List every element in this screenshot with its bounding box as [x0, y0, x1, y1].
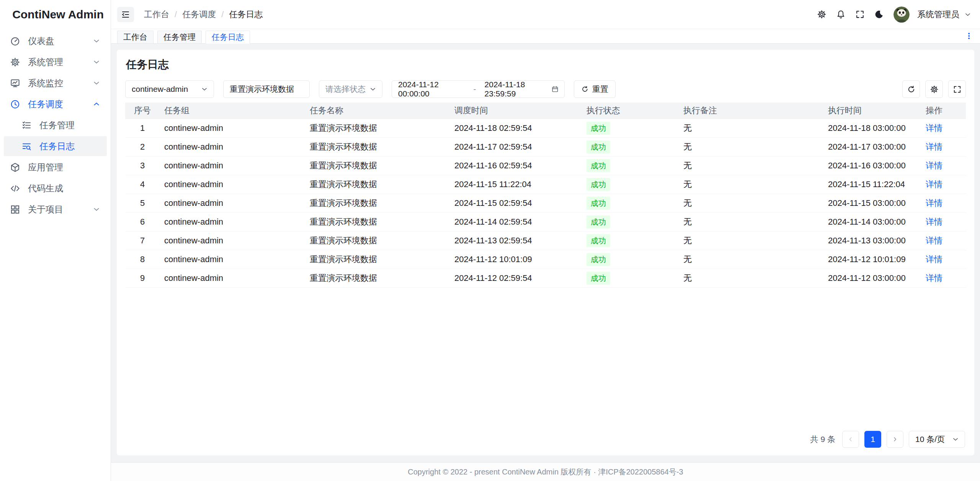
sidebar-item-task-log[interactable]: 任务日志	[4, 136, 107, 156]
sidebar-item-label: 任务调度	[28, 98, 63, 110]
cell-action: 详情	[921, 269, 966, 287]
cell-group: continew-admin	[160, 194, 305, 212]
sidebar-item-label: 代码生成	[28, 183, 63, 194]
sidebar-item-app-management[interactable]: 应用管理	[4, 157, 107, 177]
sidebar-item-label: 任务日志	[39, 140, 75, 152]
cell-group: continew-admin	[160, 137, 305, 156]
task-name-input[interactable]	[223, 80, 310, 98]
breadcrumb-item-current: 任务日志	[229, 9, 263, 20]
copyright-text: Copyright © 2022 - present ContiNew Admi…	[408, 467, 683, 477]
settings-button[interactable]	[814, 7, 829, 22]
cell-no: 7	[125, 231, 160, 250]
cell-exec_time: 2024-11-12 03:00:00	[823, 269, 921, 287]
tab-task-log[interactable]: 任务日志	[206, 31, 250, 44]
cell-schedule_time: 2024-11-18 02:59:54	[450, 119, 582, 137]
cell-note: 无	[679, 119, 823, 137]
page-footer: Copyright © 2022 - present ContiNew Admi…	[111, 462, 980, 481]
cell-schedule_time: 2024-11-14 02:59:54	[450, 212, 582, 231]
user-name[interactable]: 系统管理员	[917, 9, 959, 20]
table-fullscreen-button[interactable]	[948, 80, 966, 98]
sidebar-item-label: 任务管理	[39, 119, 75, 131]
table-header-row: 序号 任务组 任务名称 调度时间 执行状态 执行备注 执行时间 操作	[125, 103, 966, 119]
sidebar-item-task-scheduling[interactable]: 任务调度	[4, 94, 107, 114]
tab-task-management[interactable]: 任务管理	[157, 31, 202, 43]
task-group-select[interactable]: continew-admin	[125, 80, 214, 98]
refresh-table-button[interactable]	[902, 80, 920, 98]
next-page-button[interactable]	[887, 431, 903, 448]
table-row: 1continew-admin重置演示环境数据2024-11-18 02:59:…	[125, 119, 966, 137]
sidebar-item-about-project[interactable]: 关于项目	[4, 199, 107, 219]
tab-workbench[interactable]: 工作台	[117, 31, 154, 43]
cell-action: 详情	[921, 212, 966, 231]
column-header: 执行状态	[582, 103, 679, 119]
breadcrumb-separator: /	[221, 10, 224, 20]
detail-link[interactable]: 详情	[926, 198, 942, 208]
breadcrumb-item[interactable]: 工作台	[144, 9, 169, 20]
detail-link[interactable]: 详情	[926, 142, 942, 152]
sidebar-collapse-button[interactable]	[117, 7, 134, 22]
moon-icon	[874, 10, 884, 19]
calendar-icon	[551, 85, 559, 93]
sidebar-item-dashboard[interactable]: 仪表盘	[4, 31, 107, 51]
sidebar-item-code-generation[interactable]: 代码生成	[4, 178, 107, 198]
detail-link[interactable]: 详情	[926, 161, 942, 170]
cell-status: 成功	[582, 119, 679, 137]
dark-mode-button[interactable]	[871, 7, 887, 22]
cell-status: 成功	[582, 269, 679, 287]
cell-note: 无	[679, 175, 823, 194]
detail-link[interactable]: 详情	[926, 179, 942, 189]
page-size-value: 10 条/页	[915, 434, 945, 445]
cell-no: 3	[125, 156, 160, 175]
more-vertical-icon	[964, 31, 973, 41]
sidebar-item-system-management[interactable]: 系统管理	[4, 52, 107, 72]
date-range-end: 2024-11-18 23:59:59	[485, 80, 552, 98]
detail-link[interactable]: 详情	[926, 123, 942, 133]
detail-link[interactable]: 详情	[926, 254, 942, 264]
date-range-start: 2024-11-12 00:00:00	[398, 80, 465, 98]
cell-note: 无	[679, 137, 823, 156]
cell-no: 6	[125, 212, 160, 231]
sidebar-item-task-management[interactable]: 任务管理	[4, 115, 107, 135]
page-number-current[interactable]: 1	[864, 431, 881, 448]
breadcrumb-separator: /	[175, 10, 177, 20]
sidebar-item-label: 系统管理	[28, 56, 63, 68]
avatar[interactable]	[893, 7, 910, 23]
cell-note: 无	[679, 250, 823, 269]
breadcrumb-item[interactable]: 任务调度	[182, 9, 216, 20]
cell-name: 重置演示环境数据	[305, 269, 450, 287]
date-range-picker[interactable]: 2024-11-12 00:00:00 - 2024-11-18 23:59:5…	[392, 80, 565, 98]
cell-no: 2	[125, 137, 160, 156]
detail-link[interactable]: 详情	[926, 217, 942, 227]
sidebar-item-label: 系统监控	[28, 77, 63, 89]
table-row: 4continew-admin重置演示环境数据2024-11-15 11:22:…	[125, 175, 966, 194]
cell-schedule_time: 2024-11-12 02:59:54	[450, 269, 582, 287]
reset-button[interactable]: 重置	[574, 80, 616, 98]
table-row: 8continew-admin重置演示环境数据2024-11-12 10:01:…	[125, 250, 966, 269]
chevron-down-icon	[369, 85, 377, 93]
log-search-icon	[21, 141, 32, 152]
notifications-button[interactable]	[833, 7, 848, 22]
cell-exec_time: 2024-11-12 10:01:09	[823, 250, 921, 269]
cell-status: 成功	[582, 231, 679, 250]
sidebar-menu: 仪表盘 系统管理 系统监控 任务调度 任务管理	[0, 29, 111, 219]
detail-link[interactable]: 详情	[926, 273, 942, 283]
tab-more-button[interactable]	[964, 31, 974, 41]
menu-fold-icon	[121, 10, 130, 19]
column-settings-button[interactable]	[925, 80, 943, 98]
avatar-image	[893, 7, 910, 23]
column-header: 调度时间	[450, 103, 582, 119]
cell-name: 重置演示环境数据	[305, 175, 450, 194]
fullscreen-button[interactable]	[852, 7, 867, 22]
page-size-select[interactable]: 10 条/页	[909, 431, 965, 448]
app-window: ContiNew Admin 仪表盘 系统管理 系统监控 任务调度	[0, 0, 980, 481]
status-select[interactable]: 请选择状态	[319, 80, 382, 98]
chevron-down-icon[interactable]	[964, 11, 972, 18]
prev-page-button[interactable]	[842, 431, 859, 448]
detail-link[interactable]: 详情	[926, 236, 942, 245]
refresh-icon	[581, 85, 589, 93]
cell-action: 详情	[921, 231, 966, 250]
column-header: 执行备注	[679, 103, 823, 119]
status-select-placeholder: 请选择状态	[325, 84, 366, 95]
sidebar-item-system-monitor[interactable]: 系统监控	[4, 73, 107, 93]
cell-schedule_time: 2024-11-12 10:01:09	[450, 250, 582, 269]
